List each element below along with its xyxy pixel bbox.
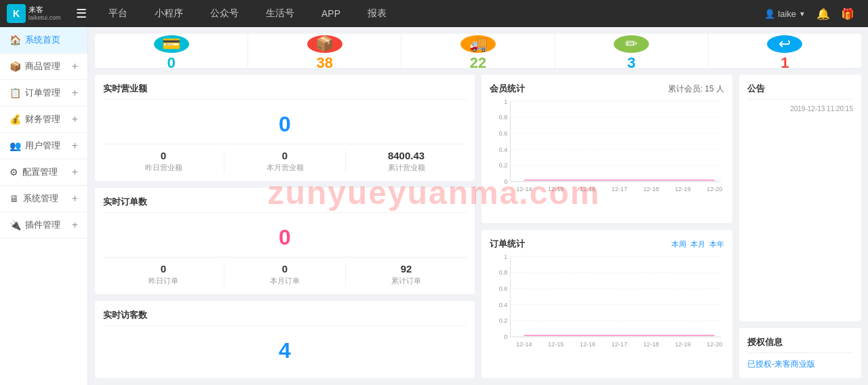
sidebar-item-finance[interactable]: 💰 财务管理 +	[0, 106, 87, 133]
sidebar-label-orders: 订单管理	[25, 87, 60, 99]
order-stats-title: 订单统计	[490, 238, 525, 250]
yesterday-revenue: 0 昨日营业额	[103, 150, 224, 173]
svg-text:12-15: 12-15	[548, 185, 564, 192]
finance-icon: 💰	[9, 114, 21, 125]
svg-text:12-16: 12-16	[580, 185, 595, 192]
svg-text:12-17: 12-17	[612, 185, 627, 192]
sidebar-item-users[interactable]: 👥 用户管理 +	[0, 133, 87, 159]
bell-icon[interactable]: 🔔	[816, 7, 830, 20]
gift-icon[interactable]: 🎁	[841, 7, 854, 20]
svg-text:0.4: 0.4	[499, 145, 508, 153]
nav-items: 平台 小程序 公众号 生活号 APP 报表	[95, 0, 764, 27]
announcement-card: 公告 2019-12-13 11:20:15	[739, 75, 861, 321]
main-content: 💳 0 待付款 📦 38 待发货 🚚 22 待收货 ✏ 3 待评价	[88, 27, 868, 385]
home-icon: 🏠	[9, 35, 21, 45]
tab-week[interactable]: 本周	[671, 239, 686, 249]
pending-pay-count: 0	[167, 53, 175, 68]
nav-platform[interactable]: 平台	[95, 0, 141, 27]
svg-text:0.6: 0.6	[499, 129, 508, 137]
svg-text:12-18: 12-18	[643, 185, 658, 192]
member-chart: 1 0.8 0.6 0.4 0.2 0 12-14 12-15 12-16 12…	[490, 98, 724, 192]
sidebar-item-config[interactable]: ⚙ 配置管理 +	[0, 159, 87, 186]
status-card-pending-review[interactable]: ✏ 3 待评价	[555, 34, 709, 68]
total-orders-val: 92	[346, 263, 467, 275]
sidebar-item-products[interactable]: 📦 商品管理 +	[0, 54, 87, 80]
user-info[interactable]: 👤 laike ▼	[764, 9, 806, 19]
tab-month[interactable]: 本月	[690, 239, 705, 249]
member-total-count: 累计会员: 15 人	[668, 83, 724, 95]
yesterday-orders-lbl: 昨日订单	[103, 276, 224, 286]
member-stats-title: 会员统计	[490, 83, 525, 95]
svg-text:12-19: 12-19	[675, 185, 690, 192]
status-card-pending-receive[interactable]: 🚚 22 待收货	[401, 34, 555, 68]
finance-expand-icon[interactable]: +	[72, 113, 78, 125]
total-orders: 92 累计订单	[346, 263, 467, 286]
member-stats-card: 会员统计 累计会员: 15 人	[481, 75, 732, 223]
products-expand-icon[interactable]: +	[72, 60, 78, 73]
users-expand-icon[interactable]: +	[72, 140, 78, 152]
main-layout: 🏠 系统首页 📦 商品管理 + 📋 订单管理 + 💰 财务管理 +	[0, 27, 868, 385]
system-icon: 🖥	[9, 193, 19, 204]
products-icon: 📦	[9, 61, 21, 72]
logo-text: 来客 laiketui.com	[28, 5, 61, 22]
visitors-card: 实时访客数 4	[95, 301, 475, 378]
status-card-returns[interactable]: ↩ 1 退货	[709, 34, 861, 68]
orders-stats: 0 昨日订单 0 本月订单 92 累计订单	[103, 257, 467, 286]
sidebar-label-system: 系统管理	[23, 192, 58, 205]
nav-official-account[interactable]: 公众号	[197, 0, 252, 27]
plugins-expand-icon[interactable]: +	[72, 219, 78, 231]
nav-miniprogram[interactable]: 小程序	[141, 0, 197, 27]
pending-review-icon: ✏	[614, 35, 649, 53]
month-revenue: 0 本月营业额	[224, 150, 345, 173]
sidebar-label-plugins: 插件管理	[25, 219, 60, 231]
menu-toggle-icon[interactable]: ☰	[68, 6, 95, 21]
orders-card: 实时订单数 0 0 昨日订单 0 本月订单	[95, 188, 475, 294]
nav-lifestyle[interactable]: 生活号	[252, 0, 308, 27]
svg-text:12-20: 12-20	[707, 340, 722, 348]
announcement-title: 公告	[747, 83, 853, 100]
orders-title: 实时订单数	[103, 196, 467, 213]
svg-text:1: 1	[504, 253, 507, 260]
right-panel: 公告 2019-12-13 11:20:15 授权信息 已授权-来客商业版	[739, 75, 861, 378]
order-stats-card: 订单统计 本周 本月 本年	[481, 230, 732, 378]
sidebar-item-orders[interactable]: 📋 订单管理 +	[0, 80, 87, 106]
order-chart-svg: 1 0.8 0.6 0.4 0.2 0 12-14 12-15 12-16 12…	[490, 253, 724, 348]
sidebar-item-home[interactable]: 🏠 系统首页	[0, 27, 87, 54]
sidebar: 🏠 系统首页 📦 商品管理 + 📋 订单管理 + 💰 财务管理 +	[0, 27, 88, 385]
tab-year[interactable]: 本年	[709, 239, 724, 249]
pending-review-count: 3	[627, 53, 635, 68]
total-revenue-lbl: 累计营业额	[346, 163, 467, 173]
sidebar-item-system[interactable]: 🖥 系统管理 +	[0, 186, 87, 212]
dashboard-area: 实时营业额 0 0 昨日营业额 0 本月营业额	[95, 75, 861, 378]
svg-text:12-14: 12-14	[516, 185, 532, 192]
svg-text:1: 1	[504, 98, 507, 105]
auth-link[interactable]: 已授权-来客商业版	[747, 359, 853, 370]
order-tabs: 本周 本月 本年	[671, 239, 724, 249]
system-expand-icon[interactable]: +	[72, 192, 78, 205]
status-cards-row: 💳 0 待付款 📦 38 待发货 🚚 22 待收货 ✏ 3 待评价	[95, 34, 861, 68]
status-card-pending-ship[interactable]: 📦 38 待发货	[248, 34, 401, 68]
yesterday-revenue-val: 0	[103, 150, 224, 161]
total-revenue: 8400.43 累计营业额	[346, 150, 467, 173]
user-name: laike	[778, 9, 796, 19]
pending-ship-icon: 📦	[307, 35, 342, 53]
sidebar-label-home: 系统首页	[25, 34, 60, 46]
users-icon: 👥	[9, 140, 21, 151]
nav-app[interactable]: APP	[308, 0, 354, 27]
total-revenue-val: 8400.43	[346, 150, 467, 161]
sidebar-item-plugins[interactable]: 🔌 插件管理 +	[0, 212, 87, 239]
nav-reports[interactable]: 报表	[354, 0, 400, 27]
month-orders-val: 0	[224, 263, 345, 275]
orders-icon: 📋	[9, 87, 21, 98]
orders-expand-icon[interactable]: +	[72, 87, 78, 99]
svg-text:0.2: 0.2	[499, 161, 508, 169]
announcement-date: 2019-12-13 11:20:15	[747, 105, 853, 113]
config-icon: ⚙	[9, 167, 18, 178]
yesterday-orders-val: 0	[103, 263, 224, 275]
config-expand-icon[interactable]: +	[72, 166, 78, 178]
user-dropdown-icon: ▼	[799, 10, 806, 18]
svg-text:12-20: 12-20	[707, 185, 722, 192]
status-card-pending-pay[interactable]: 💳 0 待付款	[95, 34, 248, 68]
month-orders-lbl: 本月订单	[224, 276, 345, 286]
revenue-title: 实时营业额	[103, 83, 467, 100]
